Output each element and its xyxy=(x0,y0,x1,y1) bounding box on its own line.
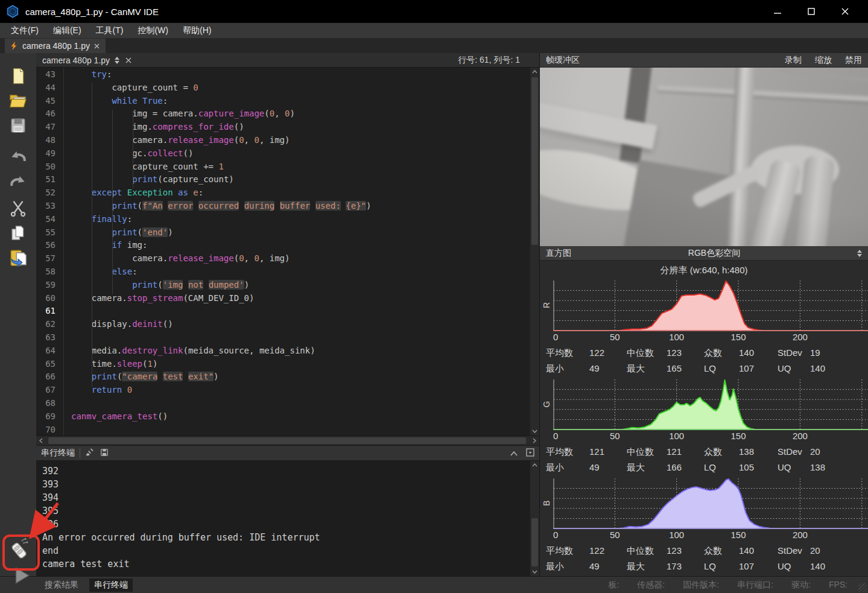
code-token: img = camera. xyxy=(71,109,198,118)
code-token xyxy=(122,385,127,395)
terminal-header: 串行终端 xyxy=(36,445,539,461)
line-number: 61 xyxy=(36,305,64,318)
collapse-terminal-icon[interactable] xyxy=(510,448,518,458)
code-token: else xyxy=(112,267,132,276)
minimize-button[interactable] xyxy=(761,0,794,23)
line-number: 50 xyxy=(36,160,64,174)
scroll-left-icon[interactable] xyxy=(36,436,46,445)
copy-button[interactable] xyxy=(7,223,30,243)
close-button[interactable] xyxy=(828,0,862,23)
code-token: gc. xyxy=(71,148,147,158)
status-field: 板: xyxy=(608,580,619,591)
code-token: () xyxy=(234,122,244,132)
scroll-up-icon[interactable] xyxy=(530,461,539,469)
editor-hscroll-thumb[interactable] xyxy=(48,437,526,444)
undo-button[interactable] xyxy=(7,147,30,166)
run-script-button[interactable] xyxy=(10,566,33,585)
code-token: ( xyxy=(157,280,162,290)
editor-scroll-thumb[interactable] xyxy=(531,77,538,245)
code-token: ) xyxy=(244,280,249,290)
code-token xyxy=(310,201,315,211)
stat-label: 最大 xyxy=(627,460,667,475)
code-token: return xyxy=(92,385,122,395)
terminal-scrollbar[interactable] xyxy=(530,461,539,576)
terminal-scroll-thumb[interactable] xyxy=(531,518,538,566)
code-text: canmv_camera_test() xyxy=(64,410,168,423)
cut-button[interactable] xyxy=(7,198,30,218)
status-field: FPS: xyxy=(829,580,847,591)
stat-label: 中位数 xyxy=(627,345,667,361)
stat-label: 平均数 xyxy=(546,543,589,559)
code-editor[interactable]: 43 try:44 capture_count = 045 while True… xyxy=(36,68,539,436)
line-number: 60 xyxy=(36,292,64,305)
line-number: 65 xyxy=(36,358,64,371)
scroll-down-icon[interactable] xyxy=(530,568,539,576)
code-token: ( xyxy=(138,227,142,237)
code-line: 43 try: xyxy=(36,68,539,81)
stat-value: 140 xyxy=(739,345,778,361)
scroll-down-icon[interactable] xyxy=(530,427,539,436)
bottom-tab-bar: 搜索结果串行终端 xyxy=(40,577,133,593)
code-token: , xyxy=(274,109,285,118)
right-panel: 帧缓冲区 录制缩放禁用 xyxy=(540,53,868,576)
code-token: {e}" xyxy=(346,201,366,211)
bottom-tab-search-results[interactable]: 搜索结果 xyxy=(40,579,83,592)
code-token: exit" xyxy=(188,372,214,381)
paste-button[interactable] xyxy=(7,248,30,267)
open-file-button[interactable] xyxy=(7,91,30,110)
maximize-button[interactable] xyxy=(794,0,828,23)
save-log-icon[interactable] xyxy=(100,448,109,458)
tab-close-icon[interactable] xyxy=(94,43,100,49)
x-axis-ticks: 050100150200 xyxy=(553,431,868,444)
stat-value: 166 xyxy=(667,460,704,475)
stat-label: 中位数 xyxy=(627,543,667,559)
code-line: 63 xyxy=(36,331,539,344)
resize-grip[interactable] xyxy=(858,583,867,592)
file-tab[interactable]: camera 480p 1.py xyxy=(5,39,106,53)
redo-button[interactable] xyxy=(7,171,30,191)
code-token: error xyxy=(168,201,193,211)
line-number: 46 xyxy=(36,107,64,121)
connect-board-button[interactable] xyxy=(7,539,30,559)
editor-horizontal-scrollbar[interactable] xyxy=(36,436,539,445)
code-token: ) xyxy=(214,372,218,381)
serial-terminal-output[interactable]: 392393394395396An error occurred during … xyxy=(36,461,539,576)
save-button[interactable] xyxy=(7,116,30,135)
framebuffer-action[interactable]: 禁用 xyxy=(845,55,862,66)
code-token: , xyxy=(244,135,255,145)
framebuffer-action[interactable]: 录制 xyxy=(785,55,802,66)
new-file-button[interactable] xyxy=(7,66,30,86)
stat-value: 49 xyxy=(589,460,627,475)
document-close-icon[interactable] xyxy=(125,55,131,65)
code-token: ) xyxy=(168,227,173,237)
document-switch-icon[interactable] xyxy=(115,57,119,64)
clear-terminal-icon[interactable] xyxy=(85,448,94,458)
terminal-line: An error occurred during buffer used: ID… xyxy=(42,531,539,544)
menu-item[interactable]: 工具(T) xyxy=(89,24,131,37)
x-tick-label: 50 xyxy=(610,332,620,342)
script-file-icon xyxy=(10,41,18,51)
menu-item[interactable]: 控制(W) xyxy=(130,24,176,37)
framebuffer-action[interactable]: 缩放 xyxy=(815,55,832,66)
code-token: ( xyxy=(138,201,142,211)
open-document-name[interactable]: camera 480p 1.py xyxy=(42,55,110,65)
scroll-up-icon[interactable] xyxy=(530,68,539,76)
detach-terminal-icon[interactable] xyxy=(526,448,534,458)
colorspace-dropdown[interactable]: RGB色彩空间 xyxy=(571,248,857,259)
x-tick-label: 0 xyxy=(553,431,558,441)
menu-item[interactable]: 编辑(E) xyxy=(46,24,89,37)
scroll-right-icon[interactable] xyxy=(530,436,539,445)
colorspace-dropdown-icon[interactable] xyxy=(857,250,862,257)
terminal-title: 串行终端 xyxy=(41,448,75,458)
x-tick-label: 100 xyxy=(669,431,684,441)
code-token: : xyxy=(127,214,132,224)
menu-item[interactable]: 文件(F) xyxy=(4,24,46,37)
stat-value: 123 xyxy=(667,345,704,361)
code-token: 0 xyxy=(239,253,244,263)
code-token: release_image xyxy=(168,135,234,145)
stat-label: 平均数 xyxy=(546,444,589,460)
bottom-tab-serial-terminal[interactable]: 串行终端 xyxy=(89,579,133,592)
editor-vertical-scrollbar[interactable] xyxy=(530,68,539,436)
code-token: camera. xyxy=(71,135,168,145)
menu-item[interactable]: 帮助(H) xyxy=(176,24,218,37)
